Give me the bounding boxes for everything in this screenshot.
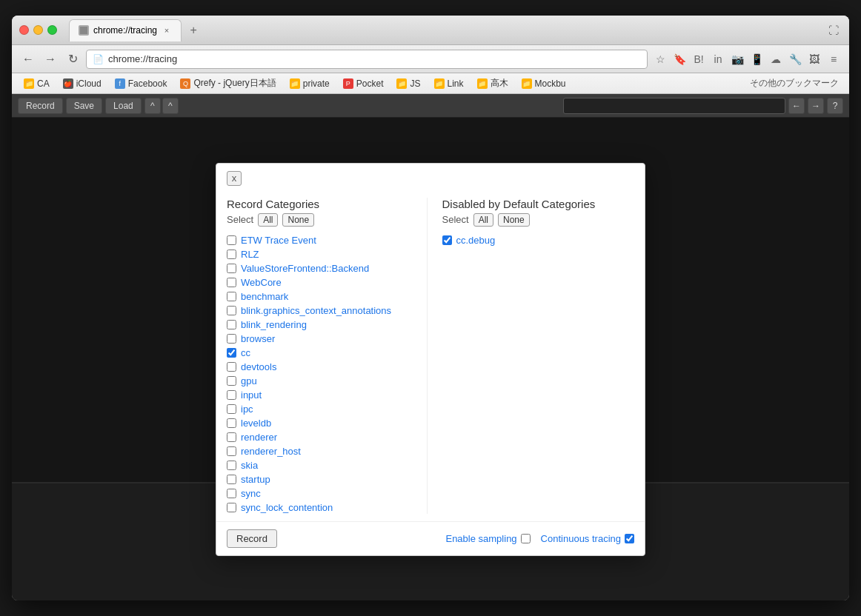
back-button[interactable]: ←	[19, 50, 37, 68]
list-item[interactable]: cc	[227, 346, 419, 359]
pocket-button[interactable]: 🔖	[671, 51, 688, 67]
bookmark-link[interactable]: 📁 Link	[428, 76, 470, 91]
ipc-checkbox[interactable]	[227, 404, 236, 414]
list-item[interactable]: WebCore	[227, 276, 419, 289]
hatena-button[interactable]: B!	[691, 51, 707, 67]
ext5-button[interactable]: 🖼	[806, 51, 822, 67]
list-item[interactable]: cc.debug	[442, 234, 635, 247]
bookmark-js[interactable]: 📁 JS	[390, 76, 426, 91]
browser-tab[interactable]: chrome://tracing ×	[69, 19, 182, 41]
leveldb-checkbox[interactable]	[227, 418, 236, 428]
address-bar[interactable]: 📄 chrome://tracing	[86, 50, 648, 69]
right-select-all-button[interactable]: All	[473, 213, 493, 227]
menu-button[interactable]: ≡	[825, 51, 842, 67]
tab-close-button[interactable]: ×	[162, 25, 172, 36]
list-item[interactable]: devtools	[227, 361, 419, 373]
bookmark-takagi-label: 高木	[491, 77, 508, 90]
rlz-checkbox[interactable]	[227, 250, 236, 259]
ext3-button[interactable]: ☁	[768, 51, 784, 67]
ext4-button[interactable]: 🔧	[787, 51, 803, 67]
right-select-row: Select All None	[442, 213, 635, 227]
linkedin-button[interactable]: in	[710, 51, 726, 67]
left-select-all-button[interactable]: All	[258, 213, 278, 227]
right-select-none-button[interactable]: None	[498, 213, 530, 227]
bookmark-icloud[interactable]: 🍎 iCloud	[57, 76, 107, 91]
bookmark-private-icon: 📁	[290, 78, 300, 89]
toolbar-next-button[interactable]: ^	[162, 98, 179, 114]
list-item[interactable]: browser	[227, 332, 419, 345]
list-item[interactable]: startup	[227, 473, 419, 486]
modal-close-button[interactable]: x	[227, 171, 242, 186]
minimize-window-button[interactable]	[33, 25, 43, 35]
webcore-checkbox[interactable]	[227, 278, 236, 287]
blink-rendering-checkbox[interactable]	[227, 320, 236, 329]
bookmark-link-label: Link	[448, 78, 464, 89]
leveldb-label: leveldb	[241, 418, 271, 429]
bookmark-private[interactable]: 📁 private	[284, 76, 336, 91]
sync-checkbox[interactable]	[227, 489, 236, 498]
blink-graphics-checkbox[interactable]	[227, 306, 236, 315]
devtools-checkbox[interactable]	[227, 362, 236, 372]
list-item[interactable]: renderer_host	[227, 445, 419, 458]
renderer-checkbox[interactable]	[227, 432, 236, 442]
enable-sampling-checkbox[interactable]	[521, 534, 531, 543]
ext2-button[interactable]: 📱	[748, 51, 765, 67]
valuestorefrontend-checkbox[interactable]	[227, 264, 236, 273]
benchmark-checkbox[interactable]	[227, 292, 236, 301]
bookmark-takagi[interactable]: 📁 高木	[471, 75, 514, 92]
toolbar-prev-button[interactable]: ^	[144, 98, 161, 114]
list-item[interactable]: blink_rendering	[227, 318, 419, 331]
toolbar-nav-arrows: ^ ^	[144, 98, 179, 114]
bookmark-button[interactable]: ☆	[652, 51, 668, 67]
close-window-button[interactable]	[19, 25, 29, 35]
new-tab-button[interactable]: +	[184, 21, 202, 39]
ext1-button[interactable]: 📷	[729, 51, 745, 67]
toolbar-search-input[interactable]	[563, 98, 785, 114]
left-select-none-button[interactable]: None	[282, 213, 314, 227]
maximize-window-button[interactable]	[47, 25, 57, 35]
sync-lock-contention-checkbox[interactable]	[227, 503, 236, 512]
bookmark-pocket[interactable]: P Pocket	[337, 76, 390, 91]
etw-trace-event-checkbox[interactable]	[227, 235, 236, 245]
bookmarks-more[interactable]: その他のブックマーク	[745, 75, 843, 92]
gpu-checkbox[interactable]	[227, 376, 236, 386]
list-item[interactable]: gpu	[227, 375, 419, 387]
list-item[interactable]: sync_lock_contention	[227, 501, 419, 514]
list-item[interactable]: input	[227, 389, 419, 401]
startup-checkbox[interactable]	[227, 475, 236, 484]
bookmark-facebook[interactable]: f Facebook	[109, 76, 173, 91]
toolbar-record-button[interactable]: Record	[18, 98, 63, 114]
bookmark-qrefy[interactable]: Q Qrefy - jQuery日本語	[174, 75, 282, 92]
cc-checkbox[interactable]	[227, 348, 236, 358]
continuous-tracing-checkbox[interactable]	[625, 534, 634, 543]
record-categories-modal: x Record Categories Select All None	[216, 163, 645, 556]
devtools-label: devtools	[241, 361, 276, 372]
list-item[interactable]: ipc	[227, 403, 419, 415]
list-item[interactable]: renderer	[227, 431, 419, 443]
list-item[interactable]: skia	[227, 459, 419, 472]
toolbar-back-button[interactable]: ←	[788, 98, 805, 114]
browser-checkbox[interactable]	[227, 334, 236, 344]
renderer-host-label: renderer_host	[241, 446, 301, 457]
bookmark-mockbu[interactable]: 📁 Mockbu	[516, 76, 572, 91]
toolbar-load-button[interactable]: Load	[105, 98, 142, 114]
cc-debug-checkbox[interactable]	[442, 235, 452, 245]
list-item[interactable]: blink.graphics_context_annotations	[227, 304, 419, 317]
list-item[interactable]: RLZ	[227, 248, 419, 261]
restore-window-button[interactable]: ⛶	[825, 22, 842, 38]
toolbar-fwd-button[interactable]: →	[808, 98, 824, 114]
toolbar-help-button[interactable]: ?	[827, 98, 843, 114]
toolbar-save-button[interactable]: Save	[66, 98, 102, 114]
list-item[interactable]: benchmark	[227, 290, 419, 303]
refresh-button[interactable]: ↻	[64, 50, 82, 68]
bookmark-ca[interactable]: 📁 CA	[18, 76, 56, 91]
renderer-host-checkbox[interactable]	[227, 446, 236, 456]
input-checkbox[interactable]	[227, 390, 236, 400]
list-item[interactable]: ValueStoreFrontend::Backend	[227, 262, 419, 275]
forward-button[interactable]: →	[41, 50, 59, 68]
modal-record-button[interactable]: Record	[227, 529, 277, 548]
skia-checkbox[interactable]	[227, 461, 236, 470]
list-item[interactable]: leveldb	[227, 417, 419, 429]
list-item[interactable]: sync	[227, 487, 419, 500]
list-item[interactable]: ETW Trace Event	[227, 234, 419, 247]
